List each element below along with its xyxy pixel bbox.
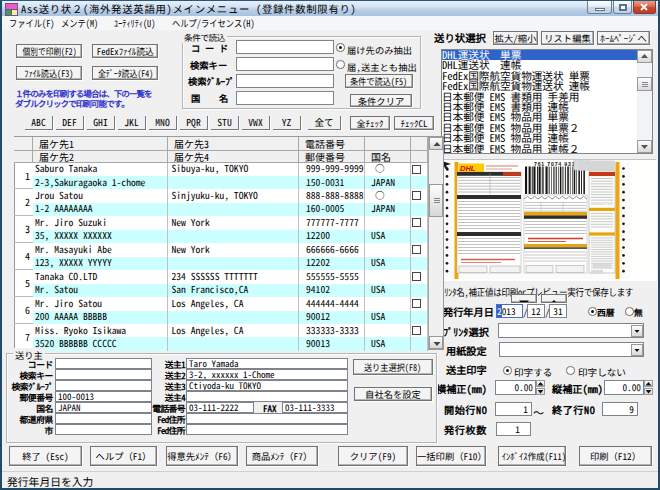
svg-text:DHL: DHL — [460, 164, 476, 173]
svg-text:761 7074 931: 761 7074 931 — [534, 161, 575, 167]
